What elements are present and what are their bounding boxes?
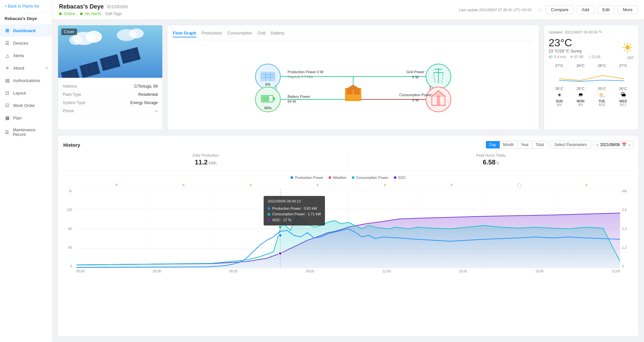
date-navigation: ‹ 2021/08/06 📅 › bbox=[594, 141, 633, 148]
sidebar-item-maintenance-record[interactable]: ☰ Maintenance Record bbox=[0, 124, 52, 140]
x-label-2: 06:00 bbox=[230, 269, 238, 273]
peak-hours-value: 6.58 h bbox=[349, 159, 634, 166]
y-axis-right: kW 3.6 2.4 1.2 0 bbox=[621, 189, 630, 268]
legend-consumption: Consumption Power bbox=[352, 176, 389, 180]
updated-time: 2021/08/07 06:40:06 bbox=[565, 30, 598, 34]
sunrise-time: ☀ 07:09 bbox=[570, 55, 583, 59]
chart-weather-icons: ☀ ☀ ☀ ☀ ☀ ☀ ◯ ☀ bbox=[83, 183, 620, 187]
svg-text:64 W: 64 W bbox=[288, 99, 296, 103]
day-button[interactable]: Day bbox=[486, 141, 500, 148]
more-button[interactable]: More bbox=[618, 5, 637, 14]
sidebar-item-label: Alerts bbox=[13, 53, 24, 58]
y-axis-left: % 120 80 40 0 bbox=[67, 189, 73, 268]
sidebar-item-label: Devices bbox=[13, 41, 28, 46]
weather-icon-area: ☀ SAT bbox=[621, 40, 634, 60]
layout-icon: ⊡ bbox=[5, 90, 10, 96]
svg-text:0 W: 0 W bbox=[412, 75, 419, 79]
date-prev-button[interactable]: ‹ bbox=[597, 142, 598, 147]
back-to-plants-link[interactable]: < Back to Plants list bbox=[0, 0, 52, 13]
sunset-time: ☽ 21:05 bbox=[587, 55, 601, 59]
svg-rect-42 bbox=[261, 72, 275, 81]
temp-line-chart bbox=[549, 69, 634, 85]
sidebar-item-plan[interactable]: ▦ Plan bbox=[0, 112, 52, 124]
header-left: Rebacas's Deye ID1200265 Online No Alert… bbox=[59, 3, 128, 16]
svg-point-5 bbox=[129, 29, 144, 38]
sidebar-item-label: Plan bbox=[13, 116, 22, 120]
sidebar-item-label: Layout bbox=[13, 91, 26, 96]
sidebar-item-layout[interactable]: ⊡ Layout bbox=[0, 87, 52, 99]
header-actions: Last update 2021/08/07 07:30:42 UTC+02:0… bbox=[459, 5, 637, 14]
total-button[interactable]: Total bbox=[533, 141, 547, 148]
sidebar-item-about[interactable]: ≡ About ▾ bbox=[0, 62, 52, 74]
weather-description: 23 °C/29 °C Sunny bbox=[549, 49, 600, 53]
weather-sun-6: ☀ bbox=[450, 183, 453, 187]
year-button[interactable]: Year bbox=[517, 141, 532, 148]
svg-text:55%: 55% bbox=[264, 106, 272, 110]
svg-point-3 bbox=[69, 35, 82, 45]
calendar-icon[interactable]: 📅 bbox=[622, 142, 627, 147]
forecast-temp-2: 28°C bbox=[591, 64, 613, 68]
history-title: History bbox=[63, 142, 80, 148]
tab-production[interactable]: Production bbox=[202, 31, 222, 37]
phone-label: Phone bbox=[63, 109, 74, 113]
svg-point-2 bbox=[86, 31, 102, 43]
plant-cover-image: Cover bbox=[58, 25, 162, 78]
daily-production-value: 11.2 kWh bbox=[63, 159, 348, 166]
stats-row: Daily Production 11.2 kWh Peak Hours Tod… bbox=[63, 153, 633, 171]
tab-grid[interactable]: Grid bbox=[257, 31, 266, 37]
svg-marker-40 bbox=[345, 85, 361, 90]
plant-info-card: Cover Address C/Tortuga, 69 Plant Type R… bbox=[58, 25, 163, 130]
peak-hours-label: Peak Hours Today bbox=[349, 153, 634, 157]
legend-weather-label: Weather bbox=[333, 176, 346, 180]
sidebar-item-devices[interactable]: ☰ Devices bbox=[0, 37, 52, 49]
maintenance-icon: ☰ bbox=[5, 130, 10, 135]
sidebar-item-alerts[interactable]: △ Alerts bbox=[0, 49, 52, 62]
weather-sun-3: ☀ bbox=[249, 183, 252, 187]
forecast-day-1: MON 8/9 bbox=[570, 99, 591, 107]
day-label: SAT bbox=[621, 56, 634, 60]
edit-button[interactable]: Edit bbox=[597, 5, 614, 14]
header-badges: Online No Alerts Edit Tags bbox=[59, 11, 128, 16]
sidebar-item-dashboard[interactable]: ⊞ Dashboard bbox=[0, 24, 52, 37]
tab-consumption[interactable]: Consumption bbox=[227, 31, 252, 37]
tab-flow-graph[interactable]: Flow Graph bbox=[173, 31, 196, 37]
sidebar-item-label: Work Order bbox=[13, 103, 35, 108]
edit-tags-link[interactable]: Edit Tags bbox=[106, 11, 122, 16]
about-icon: ≡ bbox=[5, 65, 10, 71]
weather-sun-7: ☀ bbox=[585, 183, 588, 187]
sidebar-item-label: Maintenance Record bbox=[13, 128, 48, 137]
forecast-days-row: SUN 8/8 MON 8/9 TUE 8/10 WED 8/11 bbox=[549, 99, 634, 107]
add-button[interactable]: Add bbox=[577, 5, 594, 14]
x-label-1: 03:00 bbox=[153, 269, 161, 273]
system-type-row: System Type Energy Storage bbox=[63, 99, 158, 107]
weather-sun-2: ☀ bbox=[182, 183, 185, 187]
tab-battery[interactable]: Battery bbox=[271, 31, 284, 37]
sidebar-item-authorizations[interactable]: ▤ Authorizations bbox=[0, 74, 52, 87]
forecast-low-1: 25°C bbox=[570, 87, 591, 91]
x-label-7: 21:00 bbox=[612, 269, 620, 273]
weather-sun-1: ☀ bbox=[115, 183, 118, 187]
plant-id: ID1200265 bbox=[107, 4, 128, 9]
plant-details: Address C/Tortuga, 69 Plant Type Residen… bbox=[58, 78, 162, 120]
x-label-4: 12:00 bbox=[382, 269, 391, 273]
page-title: Rebacas's Deye bbox=[59, 3, 104, 10]
date-next-button[interactable]: › bbox=[629, 142, 630, 147]
legend-soc: SOC bbox=[394, 176, 406, 180]
plant-type-row: Plant Type Residential bbox=[63, 91, 158, 99]
plant-type-value: Residential bbox=[138, 92, 158, 97]
sidebar-item-work-order[interactable]: ☑ Work Order bbox=[0, 99, 52, 112]
forecast-icon-1: 🌧 bbox=[570, 92, 591, 98]
forecast-temp-0: 27°C bbox=[549, 64, 570, 68]
month-button[interactable]: Month bbox=[500, 141, 517, 148]
cover-label: Cover bbox=[61, 29, 77, 35]
weather-updated: Updated: 2021/08/07 06:40:06 ↻ bbox=[549, 30, 634, 34]
favorite-button[interactable]: ☆ bbox=[538, 7, 543, 13]
select-parameters-button[interactable]: Select Parameters bbox=[550, 141, 591, 149]
legend-consumption-label: Consumption Power bbox=[356, 176, 389, 180]
svg-rect-39 bbox=[354, 90, 360, 95]
system-type-value: Energy Storage bbox=[131, 100, 158, 105]
x-label-3: 09:00 bbox=[306, 269, 314, 273]
sidebar-item-label: Dashboard bbox=[13, 28, 35, 33]
refresh-icon[interactable]: ↻ bbox=[599, 30, 602, 34]
compare-button[interactable]: Compare bbox=[546, 5, 573, 14]
